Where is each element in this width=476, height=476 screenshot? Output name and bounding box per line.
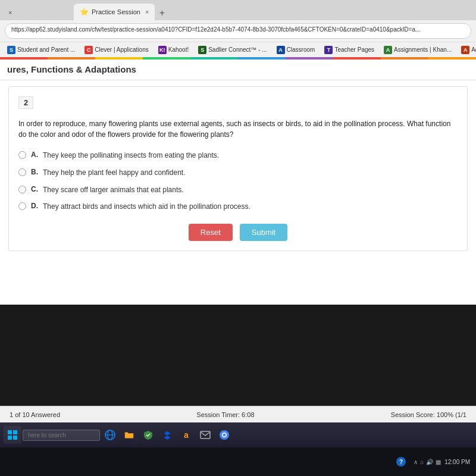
bookmark-icon-student: S xyxy=(7,46,15,54)
browser-chrome: × ⭐ Practice Session × + https://app62.s… xyxy=(0,0,476,60)
submit-button[interactable]: Submit xyxy=(240,224,287,241)
answer-option-c[interactable]: C. They scare off larger animals that ea… xyxy=(18,185,458,195)
tab-close-btn[interactable]: × xyxy=(2,5,74,20)
bookmark-student-parent[interactable]: S Student and Parent ... xyxy=(4,45,79,55)
taskbar-top: a xyxy=(0,422,476,447)
taskbar-search-input[interactable] xyxy=(23,430,100,441)
question-number: 2 xyxy=(18,96,33,109)
bookmark-icon-kahoot: K! xyxy=(158,46,167,54)
bookmark-label-kahoot: Kahoot! xyxy=(168,46,189,53)
empty-content-area xyxy=(0,257,476,305)
radio-a[interactable] xyxy=(18,151,26,159)
option-text-d: They attract birds and insects which aid… xyxy=(43,202,250,212)
clock-time: 12:00 PM xyxy=(444,459,470,465)
bookmark-icon-act: A xyxy=(461,46,469,54)
option-letter-a: A. xyxy=(31,151,39,159)
bookmark-icon-assignments: A xyxy=(384,46,392,54)
tab-close-x[interactable]: × xyxy=(8,9,12,16)
new-tab-button[interactable]: + xyxy=(155,6,169,20)
bookmark-label-assignments: Assignments | Khan... xyxy=(394,46,452,53)
answer-option-d[interactable]: D. They attract birds and insects which … xyxy=(18,202,458,212)
reset-button[interactable]: Reset xyxy=(189,224,233,241)
status-bar: 1 of 10 Answered Session Timer: 6:08 Ses… xyxy=(0,406,476,422)
tab-favicon: ⭐ xyxy=(80,8,89,16)
windows-icon xyxy=(8,430,17,440)
help-icon: ? xyxy=(396,456,406,467)
taskbar-dropbox-icon[interactable] xyxy=(158,426,176,444)
bookmark-label-clever: Clever | Applications xyxy=(95,46,148,53)
url-text: https://app62.studyisland.com/cfw/test/p… xyxy=(11,26,420,33)
page-content: ures, Functions & Adaptations 2 In order… xyxy=(0,60,476,305)
dropbox-icon xyxy=(162,430,173,440)
option-text-b: They help the plant feel happy and confi… xyxy=(43,168,186,178)
svg-rect-0 xyxy=(8,430,12,434)
page-header: ures, Functions & Adaptations xyxy=(0,60,476,80)
bookmark-sadlier[interactable]: S Sadlier Connect™ - ... xyxy=(195,45,270,55)
ie-icon xyxy=(105,430,115,440)
svg-point-10 xyxy=(223,434,226,437)
amazon-a-letter: a xyxy=(184,430,189,440)
taskbar-chrome-icon[interactable] xyxy=(215,426,233,444)
mail-icon xyxy=(200,431,211,439)
bookmark-icon-sadlier: S xyxy=(198,46,206,54)
windows-start-button[interactable] xyxy=(4,426,21,444)
session-score: Session Score: 100% (1/1 xyxy=(391,411,466,418)
radio-b[interactable] xyxy=(18,168,26,176)
taskbar-shield-icon[interactable] xyxy=(139,426,157,444)
answered-count: 1 of 10 Answered xyxy=(10,411,60,418)
tray-network: ▦ xyxy=(436,459,441,465)
bookmark-icon-clever: C xyxy=(84,46,93,54)
taskbar-clock: 12:00 PM xyxy=(444,459,470,465)
bookmark-label-sadlier: Sadlier Connect™ - ... xyxy=(208,46,267,53)
radio-c[interactable] xyxy=(18,186,26,193)
bookmark-label-act: Act xyxy=(471,46,476,53)
bookmark-icon-teacher: T xyxy=(324,46,333,54)
option-letter-c: C. xyxy=(31,185,39,193)
tray-arrow: ∧ xyxy=(414,459,418,465)
tab-close-button[interactable]: × xyxy=(145,8,149,15)
answer-option-a[interactable]: A. They keep the pollinating insects fro… xyxy=(18,151,458,161)
bookmark-icon-classroom: A xyxy=(277,46,285,54)
taskbar-question-icon[interactable]: ? xyxy=(392,453,410,471)
bookmark-act[interactable]: A Act xyxy=(458,45,476,55)
shield-icon xyxy=(143,430,154,440)
taskbar: a ? ∧ ⌂ 🔊 ▦ xyxy=(0,422,476,476)
answer-option-b[interactable]: B. They help the plant feel happy and co… xyxy=(18,168,458,178)
option-letter-d: D. xyxy=(31,202,39,210)
taskbar-amazon-icon[interactable]: a xyxy=(177,426,195,444)
option-text-c: They scare off larger animals that eat p… xyxy=(43,185,184,195)
bookmarks-bar: S Student and Parent ... C Clever | Appl… xyxy=(0,42,476,57)
url-input[interactable]: https://app62.studyisland.com/cfw/test/p… xyxy=(5,23,471,39)
bookmark-label-teacher: Teacher Pages xyxy=(334,46,374,53)
option-text-a: They keep the pollinating insects from e… xyxy=(43,151,219,161)
svg-rect-2 xyxy=(8,436,12,440)
taskbar-ie-icon[interactable] xyxy=(101,426,119,444)
bookmark-assignments[interactable]: A Assignments | Khan... xyxy=(380,45,455,55)
chrome-icon xyxy=(219,430,230,440)
option-letter-b: B. xyxy=(31,168,39,176)
address-bar: https://app62.studyisland.com/cfw/test/p… xyxy=(0,20,476,42)
svg-rect-3 xyxy=(13,436,17,440)
bookmark-classroom[interactable]: A Classroom xyxy=(273,45,319,55)
radio-d[interactable] xyxy=(18,202,26,210)
taskbar-system-tray: ∧ ⌂ 🔊 ▦ xyxy=(414,459,441,465)
bookmark-kahoot[interactable]: K! Kahoot! xyxy=(155,45,192,55)
taskbar-bottom: ? ∧ ⌂ 🔊 ▦ 12:00 PM xyxy=(0,447,476,476)
svg-rect-1 xyxy=(13,430,17,434)
active-tab-label: Practice Session xyxy=(92,8,140,15)
question-container: 2 In order to reproduce, many flowering … xyxy=(8,86,468,251)
taskbar-folder-icon[interactable] xyxy=(120,426,138,444)
tray-sound: 🔊 xyxy=(426,459,433,465)
active-tab[interactable]: ⭐ Practice Session × xyxy=(74,4,155,20)
bookmark-clever[interactable]: C Clever | Applications xyxy=(81,45,152,55)
bookmark-label-student: Student and Parent ... xyxy=(17,46,75,53)
buttons-row: Reset Submit xyxy=(18,224,458,241)
tray-settings: ⌂ xyxy=(420,459,424,465)
tab-bar: × ⭐ Practice Session × + xyxy=(0,0,476,20)
bookmark-teacher[interactable]: T Teacher Pages xyxy=(321,45,378,55)
page-title: ures, Functions & Adaptations xyxy=(7,64,136,74)
svg-text:?: ? xyxy=(399,459,403,465)
taskbar-mail-icon[interactable] xyxy=(196,426,214,444)
bookmark-label-classroom: Classroom xyxy=(287,46,315,53)
new-tab-icon: + xyxy=(159,8,165,18)
